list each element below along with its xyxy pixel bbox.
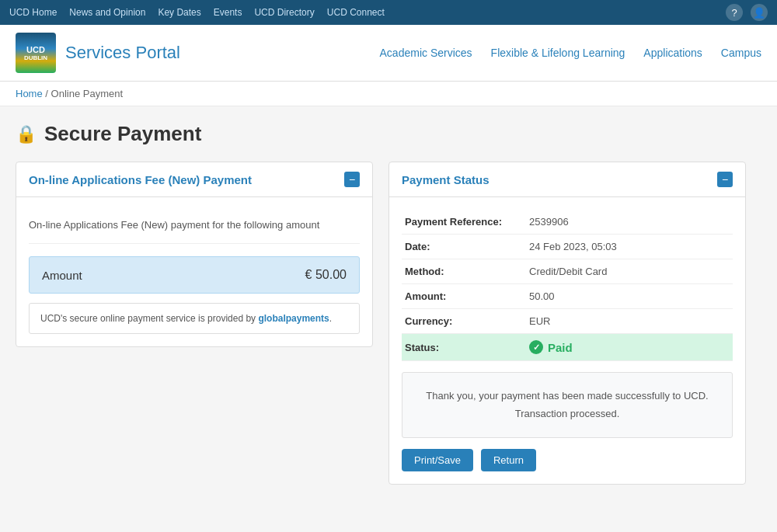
thankyou-line2: Transaction processed. [416,405,718,422]
cards-row: On-line Applications Fee (New) Payment −… [16,162,761,485]
breadcrumb-current: Online Payment [51,88,124,99]
fee-card-description: On-line Applications Fee (New) payment f… [29,210,360,244]
breadcrumb-home[interactable]: Home [16,88,43,99]
method-value: Credit/Debit Card [526,259,733,284]
provider-text-before: UCD's secure online payment service is p… [40,313,258,324]
status-card-body: Payment Reference: 2539906 Date: 24 Feb … [389,197,745,484]
thankyou-line1: Thank you, your payment has been made su… [416,387,718,405]
provider-notice: UCD's secure online payment service is p… [29,303,360,334]
top-nav-actions: ? 👤 [726,4,768,21]
topnav-directory[interactable]: UCD Directory [254,7,314,18]
topnav-keydates[interactable]: Key Dates [158,7,200,18]
ucd-logo: UCD DUBLIN [16,33,56,73]
amount-box: Amount € 50.00 [29,256,360,294]
nav-campus[interactable]: Campus [721,47,761,59]
site-header: UCD DUBLIN Services Portal Academic Serv… [0,25,777,82]
paid-badge: ✓ Paid [529,340,730,354]
topnav-home[interactable]: UCD Home [9,7,57,18]
table-row-reference: Payment Reference: 2539906 [402,210,733,235]
provider-link[interactable]: globalpayments [258,313,329,324]
status-label: Status: [402,334,526,361]
method-label: Method: [402,259,526,284]
payment-fee-card: On-line Applications Fee (New) Payment −… [16,162,373,347]
logo-dublin-text: DUBLIN [24,54,47,61]
fee-card-header: On-line Applications Fee (New) Payment − [16,162,372,197]
top-navigation: UCD Home News and Opinion Key Dates Even… [0,0,777,25]
amount-label: Amount [42,269,82,282]
table-row-amount: Amount: 50.00 [402,284,733,309]
date-value: 24 Feb 2023, 05:03 [526,235,733,259]
amount-field-value: 50.00 [526,284,733,309]
page-content: 🔒 Secure Payment On-line Applications Fe… [0,106,777,500]
provider-text-after: . [329,313,332,324]
topnav-connect[interactable]: UCD Connect [327,7,385,18]
top-nav-links: UCD Home News and Opinion Key Dates Even… [9,7,385,18]
table-row-date: Date: 24 Feb 2023, 05:03 [402,235,733,259]
nav-applications[interactable]: Applications [643,47,702,59]
main-navigation: Academic Services Flexible & Lifelong Le… [380,47,761,59]
paid-check-icon: ✓ [529,340,543,354]
table-row-currency: Currency: EUR [402,309,733,334]
status-value: ✓ Paid [526,334,733,361]
payment-status-table: Payment Reference: 2539906 Date: 24 Feb … [402,210,733,361]
thankyou-box: Thank you, your payment has been made su… [402,372,733,438]
fee-card-body: On-line Applications Fee (New) payment f… [16,197,372,346]
return-button[interactable]: Return [481,449,536,471]
topnav-news[interactable]: News and Opinion [69,7,145,18]
breadcrumb: Home / Online Payment [0,82,777,106]
action-buttons: Print/Save Return [402,449,733,471]
reference-label: Payment Reference: [402,210,526,235]
fee-card-collapse-btn[interactable]: − [344,172,360,187]
reference-value: 2539906 [526,210,733,235]
currency-value: EUR [526,309,733,334]
logo-area: UCD DUBLIN Services Portal [16,33,180,73]
user-icon[interactable]: 👤 [751,4,768,21]
amount-field-label: Amount: [402,284,526,309]
status-card-header: Payment Status − [389,162,745,197]
table-row-method: Method: Credit/Debit Card [402,259,733,284]
status-card-title: Payment Status [402,173,490,186]
topnav-events[interactable]: Events [214,7,242,18]
nav-academic-services[interactable]: Academic Services [380,47,472,59]
status-card-collapse-btn[interactable]: − [717,172,733,187]
print-save-button[interactable]: Print/Save [402,449,473,471]
paid-text: Paid [548,341,573,354]
payment-status-card: Payment Status − Payment Reference: 2539… [388,162,746,485]
nav-flexible-learning[interactable]: Flexible & Lifelong Learning [491,47,625,59]
date-label: Date: [402,235,526,259]
amount-value: € 50.00 [305,268,347,282]
lock-icon: 🔒 [16,124,37,144]
logo-ucd-text: UCD [26,45,45,54]
breadcrumb-separator: / [45,88,51,99]
table-row-status: Status: ✓ Paid [402,334,733,361]
help-icon[interactable]: ? [726,4,743,21]
page-title: 🔒 Secure Payment [16,122,761,146]
site-title: Services Portal [65,43,180,63]
currency-label: Currency: [402,309,526,334]
fee-card-title: On-line Applications Fee (New) Payment [29,173,252,186]
